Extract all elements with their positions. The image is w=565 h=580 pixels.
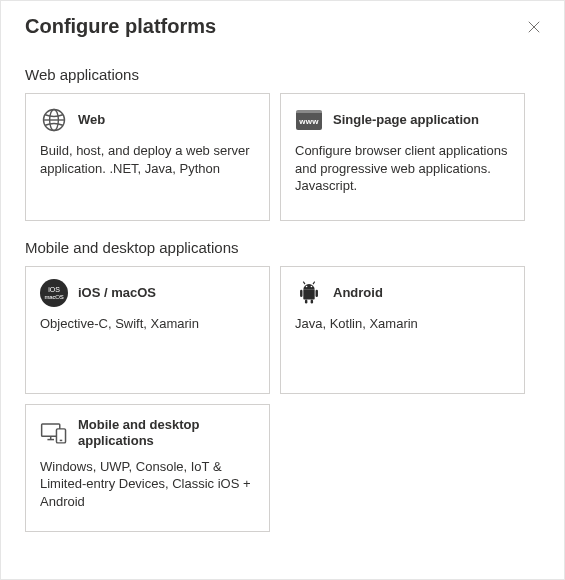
svg-rect-7	[316, 290, 318, 297]
close-button[interactable]	[522, 15, 546, 39]
card-desc: Windows, UWP, Console, IoT & Limited-ent…	[40, 458, 255, 511]
panel-title: Configure platforms	[25, 15, 540, 38]
platform-card-ios[interactable]: iOS macOS iOS / macOS Objective-C, Swift…	[25, 266, 270, 394]
svg-line-10	[303, 282, 305, 284]
configure-platforms-panel: Configure platforms Web applications Web…	[1, 1, 564, 579]
card-grid-mobile: iOS macOS iOS / macOS Objective-C, Swift…	[25, 266, 540, 532]
card-header: Web	[40, 106, 255, 134]
svg-point-13	[311, 286, 313, 288]
card-desc: Objective-C, Swift, Xamarin	[40, 315, 255, 333]
close-icon	[527, 20, 541, 34]
svg-rect-9	[311, 300, 313, 304]
card-title: Web	[78, 112, 105, 128]
card-desc: Build, host, and deploy a web server app…	[40, 142, 255, 177]
platform-card-android[interactable]: Android Java, Kotlin, Xamarin	[280, 266, 525, 394]
ios-macos-icon: iOS macOS	[40, 279, 68, 307]
platform-card-web[interactable]: Web Build, host, and deploy a web server…	[25, 93, 270, 221]
card-header: iOS macOS iOS / macOS	[40, 279, 255, 307]
section-label-mobile: Mobile and desktop applications	[25, 239, 540, 256]
browser-www-icon: www	[295, 106, 323, 134]
card-header: Mobile and desktop applications	[40, 417, 255, 450]
platform-card-desktop[interactable]: Mobile and desktop applications Windows,…	[25, 404, 270, 532]
android-icon	[295, 279, 323, 307]
globe-icon	[40, 106, 68, 134]
card-desc: Configure browser client applications an…	[295, 142, 510, 195]
card-title: iOS / macOS	[78, 285, 156, 301]
svg-line-11	[313, 282, 315, 284]
section-label-web: Web applications	[25, 66, 540, 83]
svg-point-12	[306, 286, 308, 288]
card-header: www Single-page application	[295, 106, 510, 134]
svg-rect-5	[303, 290, 314, 300]
svg-rect-6	[300, 290, 302, 297]
svg-rect-8	[305, 300, 307, 304]
card-desc: Java, Kotlin, Xamarin	[295, 315, 510, 333]
card-title: Android	[333, 285, 383, 301]
card-title: Mobile and desktop applications	[78, 417, 255, 450]
desktop-mobile-icon	[40, 419, 68, 447]
card-title: Single-page application	[333, 112, 479, 128]
platform-card-spa[interactable]: www Single-page application Configure br…	[280, 93, 525, 221]
card-grid-web: Web Build, host, and deploy a web server…	[25, 93, 540, 221]
card-header: Android	[295, 279, 510, 307]
